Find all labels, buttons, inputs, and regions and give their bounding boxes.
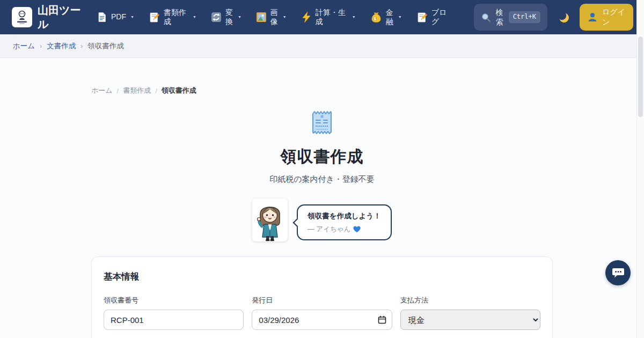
issue-date-label: 発行日 xyxy=(252,296,392,305)
receipt-number-field: 領収書番号 xyxy=(104,296,244,330)
mascot-avatar xyxy=(252,199,288,241)
convert-arrows-icon xyxy=(211,12,222,23)
chat-fab-button[interactable] xyxy=(605,260,631,285)
navbar: 山田ツール PDF ▼ xyxy=(0,0,644,34)
chevron-down-icon: ▼ xyxy=(193,15,196,20)
logo-emblem-icon xyxy=(13,9,31,26)
memo-pencil-icon xyxy=(416,12,428,23)
brand[interactable]: 山田ツール xyxy=(12,3,84,31)
mascot-girl-icon xyxy=(252,199,288,241)
search-shortcut: Ctrl+K xyxy=(509,11,540,23)
person-icon xyxy=(587,12,598,23)
page-breadcrumb-current: 領収書作成 xyxy=(162,86,196,95)
page-subtitle: 印紙税の案内付き・登録不要 xyxy=(91,174,553,185)
issue-date-field: 発行日 xyxy=(252,296,392,330)
page-breadcrumb-home-link[interactable]: ホーム xyxy=(91,86,113,95)
image-frame-icon xyxy=(256,12,267,23)
chevron-down-icon: ▼ xyxy=(398,15,402,20)
nav-label: PDF xyxy=(111,12,126,22)
nav-label: 変換 xyxy=(225,8,233,27)
breadcrumb-category-link[interactable]: 文書作成 xyxy=(47,41,76,51)
theme-toggle-button[interactable] xyxy=(557,11,570,24)
magnifier-icon xyxy=(481,12,491,23)
nav-item-convert[interactable]: 変換 ▼ xyxy=(211,8,241,27)
nav-item-calc-generate[interactable]: 計算・生成 ▼ xyxy=(301,8,356,27)
mascot-block: 領収書を作成しよう！ — アイちゃん xyxy=(91,199,553,241)
nav-item-documents[interactable]: 書類作成 ▼ xyxy=(149,8,196,27)
chat-bubble-icon xyxy=(612,267,625,279)
nav-label: 金融 xyxy=(386,8,394,27)
payment-method-label: 支払方法 xyxy=(400,296,540,305)
breadcrumb-bar: ホーム › 文書作成 › 領収書作成 xyxy=(0,34,644,58)
payment-method-select[interactable]: 現金 xyxy=(400,310,540,330)
breadcrumb-separator: / xyxy=(117,87,119,95)
receipt-number-input[interactable] xyxy=(104,310,244,330)
breadcrumb-current: 領収書作成 xyxy=(87,41,124,51)
main-nav: PDF ▼ 書類作成 ▼ xyxy=(97,8,448,27)
issue-date-input[interactable] xyxy=(252,310,392,330)
svg-text:$: $ xyxy=(374,16,376,21)
nav-item-pdf[interactable]: PDF ▼ xyxy=(97,12,134,23)
pdf-doc-icon xyxy=(97,12,107,23)
nav-item-image[interactable]: 画像 ▼ xyxy=(256,8,287,27)
mascot-signature: — アイちゃん xyxy=(308,225,380,234)
nav-label: 計算・生成 xyxy=(316,8,348,27)
nav-label: 書類作成 xyxy=(164,8,188,27)
navbar-actions: 検索 Ctrl+K ログイン xyxy=(474,4,633,31)
page-breadcrumb: ホーム / 書類作成 / 領収書作成 xyxy=(91,86,553,95)
nav-item-blog[interactable]: ブログ xyxy=(416,8,448,27)
nav-label: 画像 xyxy=(270,8,279,27)
breadcrumb-home-link[interactable]: ホーム xyxy=(13,41,35,51)
search-button[interactable]: 検索 Ctrl+K xyxy=(474,4,547,31)
main-content: ホーム / 書類作成 / 領収書作成 xyxy=(0,86,644,338)
mascot-message: 領収書を作成しよう！ xyxy=(308,211,380,221)
chevron-down-icon: ▼ xyxy=(130,15,134,20)
page-title: 領収書作成 xyxy=(91,146,553,168)
hero: 領収書作成 印紙税の案内付き・登録不要 xyxy=(91,95,553,185)
nav-item-finance[interactable]: $ 金融 ▼ xyxy=(370,8,402,27)
mascot-signature-text: — アイちゃん xyxy=(308,225,350,234)
blue-heart-icon xyxy=(353,226,361,233)
moon-icon xyxy=(557,11,570,24)
site-logo xyxy=(12,7,32,27)
breadcrumb-separator: › xyxy=(40,42,42,50)
breadcrumb-separator: › xyxy=(80,42,83,50)
login-button[interactable]: ログイン xyxy=(580,4,633,31)
nav-label: ブログ xyxy=(431,8,448,27)
form-fields-row: 領収書番号 発行日 xyxy=(104,296,540,330)
section-title: 基本情報 xyxy=(104,271,540,283)
chevron-down-icon: ▼ xyxy=(238,15,241,20)
memo-pencil-icon xyxy=(149,12,160,23)
payment-method-field: 支払方法 現金 xyxy=(400,296,540,330)
search-label: 検索 xyxy=(496,8,504,27)
lightning-icon xyxy=(301,11,312,23)
receipt-icon xyxy=(309,108,335,138)
chevron-down-icon: ▼ xyxy=(352,15,356,20)
money-bag-icon: $ xyxy=(370,11,382,23)
page-breadcrumb-category-link[interactable]: 書類作成 xyxy=(123,86,151,95)
chevron-down-icon: ▼ xyxy=(283,15,287,20)
receipt-number-label: 領収書番号 xyxy=(104,296,244,305)
scrollbar-thumb[interactable] xyxy=(638,36,643,117)
basic-info-card: 基本情報 領収書番号 発行日 xyxy=(91,256,553,338)
mascot-speech-bubble: 領収書を作成しよう！ — アイちゃん xyxy=(297,204,391,240)
breadcrumb-separator: / xyxy=(155,87,157,95)
login-label: ログイン xyxy=(602,7,626,27)
calendar-icon[interactable] xyxy=(378,315,386,326)
scrollbar-track[interactable] xyxy=(636,0,644,338)
site-title: 山田ツール xyxy=(38,3,84,31)
